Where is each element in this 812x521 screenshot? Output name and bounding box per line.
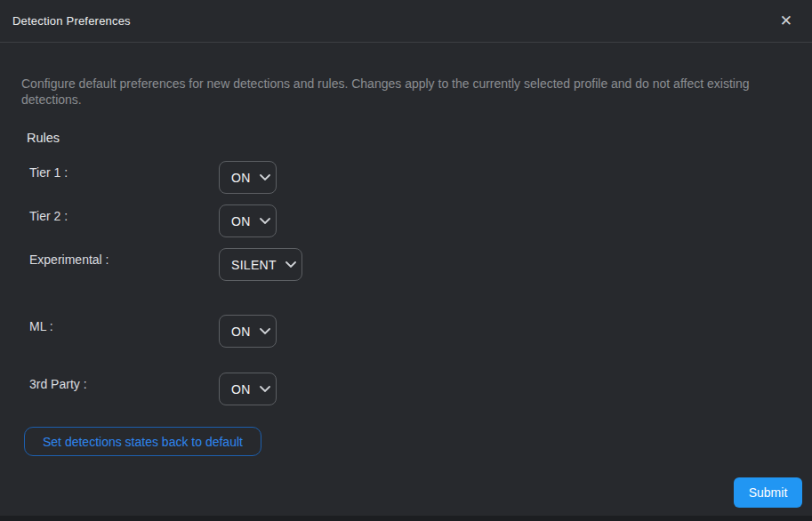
rules-section-title: Rules bbox=[27, 131, 791, 145]
rule-label-tier-2: Tier 2 : bbox=[29, 204, 219, 223]
third-party-select[interactable]: ON bbox=[219, 373, 277, 405]
rule-row-tier-2: Tier 2 : ON bbox=[29, 204, 791, 237]
dialog-description: Configure default preferences for new de… bbox=[21, 76, 767, 108]
ml-selected-value: ON bbox=[231, 325, 251, 339]
chevron-down-icon bbox=[260, 174, 270, 180]
rule-label-ml: ML : bbox=[29, 315, 219, 333]
dialog-header: Detection Preferences ✕ bbox=[0, 0, 812, 43]
detection-preferences-dialog: Detection Preferences ✕ Configure defaul… bbox=[0, 0, 812, 516]
chevron-down-icon bbox=[260, 386, 270, 392]
reset-defaults-button[interactable]: Set detections states back to default bbox=[24, 427, 261, 456]
chevron-down-icon bbox=[285, 261, 296, 268]
page-title: Detection Preferences bbox=[12, 14, 131, 28]
dialog-body: Configure default preferences for new de… bbox=[0, 43, 812, 456]
close-button[interactable]: ✕ bbox=[775, 10, 798, 32]
tier-1-selected-value: ON bbox=[231, 171, 251, 185]
third-party-selected-value: ON bbox=[231, 382, 251, 397]
rule-row-experimental: Experimental : SILENT bbox=[29, 248, 791, 281]
tier-1-select[interactable]: ON bbox=[219, 161, 277, 194]
rule-row-tier-1: Tier 1 : ON bbox=[29, 161, 791, 194]
rule-row-ml: ML : ON bbox=[29, 315, 791, 348]
rule-label-experimental: Experimental : bbox=[29, 248, 219, 267]
rule-row-3rd-party: 3rd Party : ON bbox=[29, 373, 791, 405]
experimental-select[interactable]: SILENT bbox=[219, 248, 302, 281]
rules-list: Tier 1 : ON Tier 2 : ON Expe bbox=[29, 161, 791, 405]
rule-label-tier-1: Tier 1 : bbox=[29, 161, 219, 180]
experimental-selected-value: SILENT bbox=[231, 258, 277, 272]
close-icon: ✕ bbox=[780, 12, 792, 29]
rule-label-3rd-party: 3rd Party : bbox=[29, 373, 219, 391]
chevron-down-icon bbox=[260, 328, 270, 334]
ml-select[interactable]: ON bbox=[219, 315, 277, 348]
tier-2-select[interactable]: ON bbox=[219, 204, 277, 237]
tier-2-selected-value: ON bbox=[231, 214, 251, 228]
chevron-down-icon bbox=[260, 218, 270, 224]
submit-button[interactable]: Submit bbox=[734, 477, 802, 508]
